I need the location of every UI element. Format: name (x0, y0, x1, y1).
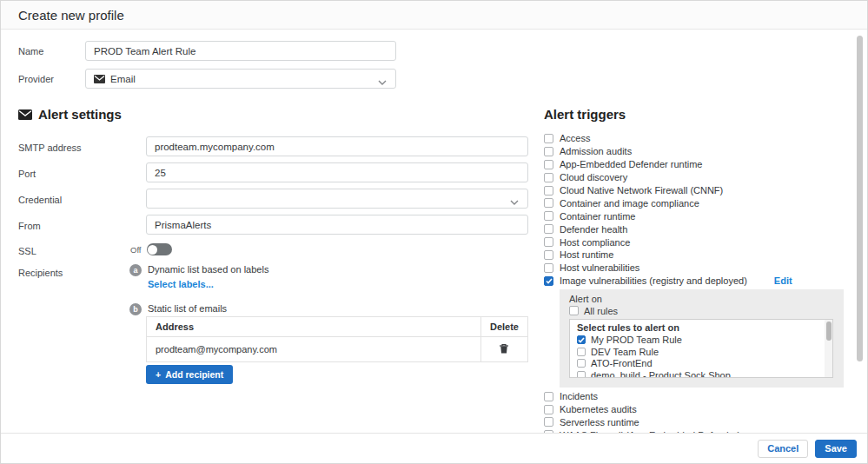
recipients-table-header-row: AddressDelete (147, 317, 528, 337)
table-header-cell: Delete (480, 317, 527, 337)
alert-settings-title: Alert settings (18, 107, 122, 122)
ssl-toggle[interactable] (147, 243, 172, 255)
checkbox-icon[interactable] (544, 173, 553, 182)
dialog-footer: Cancel Save (1, 433, 867, 463)
port-label: Port (18, 169, 36, 179)
select-rules-title: Select rules to alert on (577, 322, 825, 335)
checkbox-icon[interactable] (544, 405, 553, 414)
select-labels-link[interactable]: Select labels... (148, 279, 214, 289)
trigger-row[interactable]: Cloud discovery (544, 171, 853, 184)
trigger-row[interactable]: Cloud Native Network Firewall (CNNF) (544, 184, 853, 197)
checkbox-icon[interactable] (544, 198, 553, 208)
from-input-value: PrismaAlerts (155, 220, 211, 230)
recipients-table-body: prodteam@mycompany.com (147, 337, 528, 362)
trigger-row[interactable]: Incidents (544, 390, 853, 403)
trash-icon[interactable] (499, 346, 509, 356)
provider-select[interactable]: Email (85, 69, 396, 89)
checkbox-icon[interactable] (577, 348, 586, 356)
ssl-state-label: Off (130, 245, 142, 255)
trigger-row[interactable]: App-Embedded Defender runtime (544, 158, 853, 171)
trigger-label: Admission audits (560, 146, 632, 156)
checkbox-icon[interactable] (544, 147, 553, 156)
rule-row[interactable]: demo_build - Product Sock Shop (577, 369, 825, 378)
checkbox-icon[interactable] (577, 335, 586, 344)
port-input-value: 25 (155, 168, 166, 178)
dynamic-list-label: Dynamic list based on labels (148, 264, 268, 275)
checkbox-icon[interactable] (544, 276, 553, 286)
trigger-row[interactable]: Host vulnerabilities (544, 262, 853, 275)
rules-list: My PROD Team RuleDEV Team RuleATO-FrontE… (577, 335, 825, 378)
trigger-row[interactable]: Container runtime (544, 209, 853, 222)
table-header-cell: Address (147, 317, 481, 337)
all-rules-row[interactable]: All rules (569, 305, 834, 317)
static-list-label: Static list of emails (148, 303, 227, 314)
checkbox-icon[interactable] (544, 134, 553, 143)
cancel-button[interactable]: Cancel (758, 440, 808, 458)
rule-row[interactable]: My PROD Team Rule (577, 335, 825, 347)
from-input[interactable]: PrismaAlerts (146, 215, 528, 235)
trigger-row[interactable]: Admission audits (544, 145, 853, 158)
checkbox-icon[interactable] (544, 263, 553, 273)
toggle-knob (148, 245, 157, 255)
trigger-row[interactable]: Host runtime (544, 249, 853, 262)
trigger-label: App-Embedded Defender runtime (560, 159, 702, 169)
checkbox-icon[interactable] (544, 417, 553, 427)
name-input-value: PROD Team Alert Rule (94, 46, 195, 56)
alert-triggers-title: Alert triggers (544, 107, 626, 122)
rule-label: ATO-FrontEnd (591, 358, 653, 368)
port-input[interactable]: 25 (146, 162, 528, 182)
trigger-row[interactable]: Access (544, 132, 853, 145)
alert-on-panel: Alert on All rules Select rules to alert… (560, 289, 844, 388)
credential-select[interactable] (146, 189, 528, 209)
checkbox-icon[interactable] (544, 186, 553, 196)
provider-value: Email (110, 74, 136, 84)
all-rules-label: All rules (584, 306, 618, 316)
scrollbar-thumb[interactable] (826, 321, 832, 341)
trigger-row[interactable]: Host compliance (544, 235, 853, 249)
rules-scrollbar[interactable] (825, 320, 832, 377)
trigger-row[interactable]: Image vulnerabilities (registry and depl… (544, 275, 853, 288)
trigger-label: Cloud discovery (560, 172, 627, 182)
trigger-row[interactable]: Container and image compliance (544, 196, 853, 209)
checkbox-icon[interactable] (577, 359, 586, 368)
recipients-table: AddressDelete prodteam@mycompany.com (146, 316, 528, 362)
save-button[interactable]: Save (815, 440, 857, 458)
rule-row[interactable]: DEV Team Rule (577, 346, 825, 358)
checkbox-icon[interactable] (544, 392, 553, 401)
create-profile-dialog: Create new profile Name PROD Team Alert … (0, 0, 868, 464)
trigger-row[interactable]: Defender health (544, 222, 853, 235)
trigger-row[interactable]: Serverless runtime (544, 415, 853, 428)
trigger-label: Serverless runtime (560, 417, 639, 428)
checkbox-icon[interactable] (577, 371, 586, 378)
chevron-down-icon (510, 196, 519, 207)
rule-row[interactable]: ATO-FrontEnd (577, 358, 825, 370)
add-recipient-button[interactable]: + Add recipient (146, 365, 233, 384)
checkbox-icon[interactable] (544, 160, 553, 169)
checkbox-icon[interactable] (544, 250, 553, 260)
ssl-toggle-wrap: Off (130, 243, 172, 255)
address-cell: prodteam@mycompany.com (147, 337, 481, 362)
trigger-label: Host compliance (560, 237, 630, 248)
option-b-badge: b (129, 303, 142, 315)
checkbox-icon[interactable] (569, 306, 579, 315)
dialog-header: Create new profile (1, 1, 867, 30)
checkbox-icon[interactable] (544, 237, 553, 247)
provider-label: Provider (18, 74, 54, 84)
trigger-row[interactable]: Kubernetes audits (544, 403, 853, 416)
trigger-label: Incidents (560, 391, 598, 401)
checkbox-icon[interactable] (544, 224, 553, 234)
delete-cell (480, 337, 527, 362)
envelope-icon (94, 75, 105, 83)
smtp-label: SMTP address (18, 143, 82, 153)
checkbox-icon[interactable] (544, 211, 553, 221)
plus-icon: + (156, 369, 161, 380)
page-scrollbar[interactable] (857, 36, 863, 361)
name-label: Name (18, 46, 43, 56)
trigger-label: Access (560, 133, 590, 143)
edit-link[interactable]: Edit (774, 275, 792, 286)
smtp-input[interactable]: prodteam.mycompany.com (146, 136, 528, 156)
trigger-label: Image vulnerabilities (registry and depl… (560, 275, 747, 286)
name-input[interactable]: PROD Team Alert Rule (85, 41, 396, 61)
rule-label: demo_build - Product Sock Shop (591, 370, 731, 378)
trigger-label: Defender health (560, 224, 627, 235)
